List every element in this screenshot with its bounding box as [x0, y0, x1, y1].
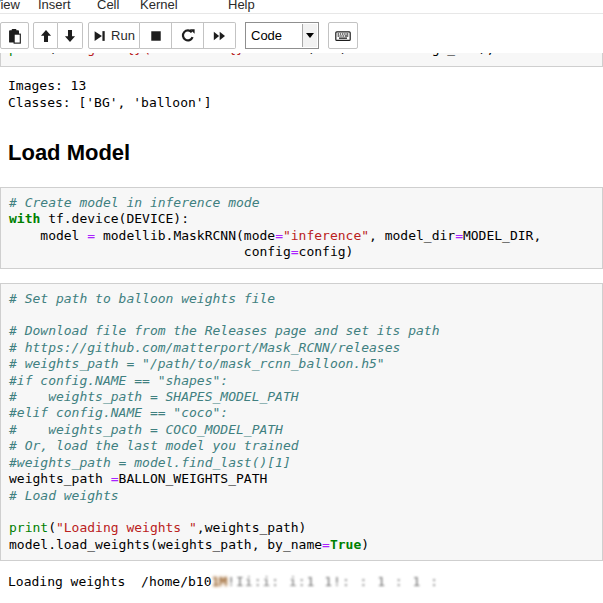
output-dataset-info: Images: 13 Classes: ['BG', 'balloon'] [8, 78, 603, 111]
stop-square-icon [149, 29, 163, 43]
refresh-icon [180, 28, 195, 43]
keyboard-icon [335, 28, 351, 44]
run-cell-button[interactable]: Run [88, 22, 140, 49]
move-cell-up-button[interactable] [33, 22, 58, 49]
cell-type-value: Code [246, 28, 282, 43]
output-loading-prefix: Loading weights /home/b10 [8, 574, 212, 589]
menubar: View Insert Cell Kernel Help [0, 0, 603, 14]
code-editor-load-weights: # Set path to balloon weights file # Dow… [9, 291, 594, 554]
markdown-cell-load-model[interactable]: Load Model [8, 140, 603, 166]
select-arrow-strip[interactable] [302, 24, 317, 47]
menu-cell[interactable]: Cell [97, 0, 119, 12]
arrow-up-icon [39, 29, 53, 43]
toolbar: Run Code [0, 14, 603, 52]
output-loading-weights: Loading weights /home/b101M!Ii:i: i:1 1!… [8, 574, 603, 591]
code-cell-create-model[interactable]: # Create model in inference mode with tf… [0, 187, 603, 269]
output-path-redacted-start: 1M [212, 574, 228, 589]
menu-help[interactable]: Help [228, 0, 255, 12]
interrupt-kernel-button[interactable] [140, 22, 172, 49]
clipboard-paste-icon [7, 28, 22, 44]
chevron-down-icon [306, 33, 314, 38]
code-editor-truncated: print("Images: {}\nClasses: {}".format(l… [9, 53, 594, 57]
arrow-down-icon [63, 29, 77, 43]
cell-type-select[interactable]: Code [245, 22, 319, 49]
code-cell-truncated[interactable]: print("Images: {}\nClasses: {}".format(l… [0, 53, 603, 67]
command-palette-button[interactable] [328, 22, 358, 49]
fast-forward-icon [212, 29, 227, 43]
code-editor-create-model: # Create model in inference mode with tf… [9, 195, 594, 261]
output-path-redacted: !Ii:i: i:1 1!: : 1 : 1 : [227, 574, 439, 589]
menu-view[interactable]: View [0, 0, 20, 12]
paste-button[interactable] [0, 22, 29, 49]
step-forward-icon [93, 29, 106, 43]
menu-kernel[interactable]: Kernel [140, 0, 178, 12]
page-heading: Load Model [8, 140, 130, 165]
move-cell-down-button[interactable] [58, 22, 83, 49]
restart-kernel-button[interactable] [172, 22, 204, 49]
run-button-label: Run [111, 28, 135, 43]
menu-insert[interactable]: Insert [38, 0, 71, 12]
restart-run-all-button[interactable] [204, 22, 236, 49]
code-cell-load-weights[interactable]: # Set path to balloon weights file # Dow… [0, 283, 603, 562]
